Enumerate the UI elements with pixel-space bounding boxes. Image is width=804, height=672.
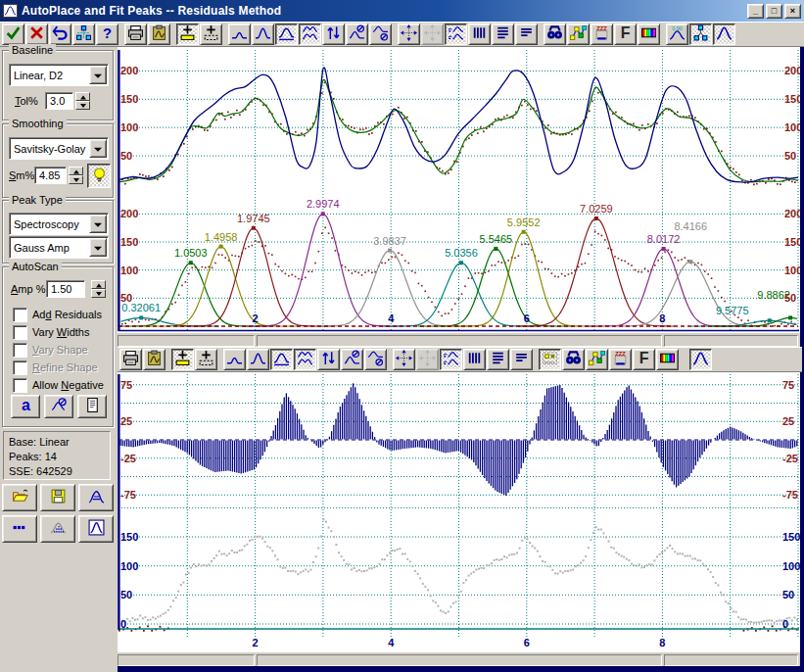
residuals-and-data-chart[interactable]: 75752525-25-25-75-7515015010010050500024… [118, 372, 800, 652]
gridlines-partial-button[interactable] [510, 349, 533, 370]
help-button[interactable]: ? [96, 24, 118, 45]
hlines2-icon [513, 350, 530, 369]
copy-graph-button[interactable] [148, 24, 170, 45]
zoom-out-upper-button[interactable] [341, 349, 363, 370]
fit-sse-value: SSE: 642529 [9, 464, 110, 479]
accept-button[interactable] [2, 24, 24, 45]
compare-icon [443, 350, 459, 369]
numeric-summary-button[interactable] [77, 395, 107, 418]
minimize-button[interactable]: _ [747, 4, 764, 19]
zoom-medium-button[interactable] [247, 349, 269, 370]
pan-button[interactable] [398, 24, 420, 45]
print-button[interactable] [124, 24, 147, 45]
peak-fit-options-button[interactable] [78, 484, 114, 511]
add-peak-button[interactable] [171, 349, 194, 370]
add-residual-peak-button[interactable] [200, 24, 222, 45]
baseline-type-select[interactable]: Linear, D2 [9, 64, 109, 86]
show-peaks-button[interactable] [713, 24, 735, 45]
section-data-button[interactable] [2, 515, 37, 543]
data-and-peaks-chart[interactable]: 0.320611.05031.49581.97452.99743.98375.0… [118, 47, 800, 333]
gridlines-partial-button[interactable] [515, 24, 538, 45]
compare-curves-button[interactable] [445, 24, 467, 45]
review-button[interactable] [562, 349, 585, 370]
zoom-out-lower-button[interactable] [369, 24, 392, 45]
autoscale-y-button[interactable] [322, 24, 345, 45]
gridlines-full-button[interactable] [487, 349, 509, 370]
add-residual-peak-button[interactable] [195, 349, 217, 370]
stacked-graphs-button[interactable] [299, 24, 321, 45]
peak-family-select[interactable]: Spectroscopy [9, 213, 109, 235]
smoothing-type-select[interactable]: Savitsky-Golay [9, 137, 109, 160]
peak-shape-select[interactable]: Gauss Amp [9, 236, 109, 259]
zoom-small-button[interactable] [223, 349, 246, 370]
zoom-small-button[interactable] [228, 24, 251, 45]
confidence-intervals-button[interactable]: 0.90 [666, 24, 688, 45]
chevron-down-icon[interactable] [89, 139, 107, 158]
fonts-button[interactable]: F [614, 24, 637, 45]
chevron-down-icon[interactable] [89, 238, 107, 257]
stacked-graphs-button[interactable] [294, 349, 316, 370]
maximize-button[interactable]: □ [766, 4, 782, 19]
zoom-out-upper-button[interactable] [346, 24, 368, 45]
zoom-wide-button[interactable] [270, 349, 293, 370]
checkbox-box[interactable] [13, 308, 27, 322]
smoothing-pct-input[interactable]: 4.85 [34, 167, 67, 184]
review-button[interactable] [544, 24, 566, 45]
colors-button[interactable] [656, 349, 679, 370]
plus-yellow-icon [179, 24, 196, 44]
allow-negative-checkbox[interactable]: Allow Negative [13, 377, 104, 393]
numeric-review-button[interactable] [72, 24, 95, 45]
auto-smooth-button[interactable] [87, 164, 111, 188]
autoscale-y-button[interactable] [317, 349, 340, 370]
residual-bars-button[interactable] [463, 349, 486, 370]
chevron-down-icon[interactable] [89, 215, 107, 233]
peak-marker [662, 247, 666, 251]
annotation-button[interactable]: ZZZ [591, 24, 613, 45]
zoom-wide-button[interactable] [275, 24, 298, 45]
print-button[interactable] [119, 349, 142, 370]
amp-pct-input[interactable]: 1.50 [46, 280, 85, 298]
zoom-medium-button[interactable] [252, 24, 274, 45]
open-button[interactable] [2, 484, 37, 511]
gridlines-full-button[interactable] [492, 24, 514, 45]
hide-peaks-button[interactable] [44, 395, 73, 418]
residual-bars-button[interactable] [468, 24, 491, 45]
zoom-out-lower-button[interactable] [364, 349, 387, 370]
chevron-down-icon[interactable] [89, 66, 107, 84]
peak-090-icon: 0.90 [669, 24, 686, 44]
peak-nodes-button[interactable] [689, 24, 712, 45]
tolerance-spinner[interactable] [75, 92, 90, 110]
close-button[interactable]: × [784, 4, 801, 19]
title-bar[interactable]: AutoPlace and Fit Peaks -- Residuals Met… [0, 0, 804, 22]
status-panel [257, 654, 662, 666]
point-style-button[interactable] [567, 24, 590, 45]
updown-icon [320, 350, 337, 369]
colors-button[interactable] [638, 24, 660, 45]
null-top-icon [344, 350, 360, 369]
show-peaks-button[interactable] [689, 349, 712, 370]
checkbox-box[interactable] [13, 378, 27, 393]
section-box-button[interactable] [539, 349, 561, 370]
point-style-button[interactable] [586, 349, 608, 370]
svg-text:0: 0 [120, 618, 126, 630]
fonts-button[interactable]: F [633, 349, 655, 370]
compare-curves-button[interactable] [440, 349, 462, 370]
save-button[interactable] [40, 484, 75, 511]
peak-labels-button[interactable]: a [11, 395, 40, 418]
cancel-button[interactable] [25, 24, 48, 45]
annotation-button[interactable]: ZZZ [609, 349, 632, 370]
vary-widths-checkbox[interactable]: Vary Widths [13, 324, 90, 340]
lower-status-bar [118, 652, 800, 666]
undo-button[interactable] [49, 24, 71, 45]
amp-pct-spinner[interactable] [91, 280, 106, 298]
pan-button[interactable] [393, 349, 415, 370]
smoothing-pct-spinner[interactable] [69, 167, 83, 184]
copy-graph-button[interactable] [143, 349, 166, 370]
tolerance-input[interactable]: 3.0 [45, 92, 73, 110]
peak-graph-button[interactable] [40, 515, 75, 543]
add-residuals-checkbox[interactable]: Add Residuals [13, 307, 102, 322]
checkbox-box[interactable] [13, 325, 27, 340]
svg-text:150: 150 [784, 93, 800, 105]
full-fit-button[interactable] [78, 515, 114, 543]
add-peak-button[interactable] [176, 24, 199, 45]
